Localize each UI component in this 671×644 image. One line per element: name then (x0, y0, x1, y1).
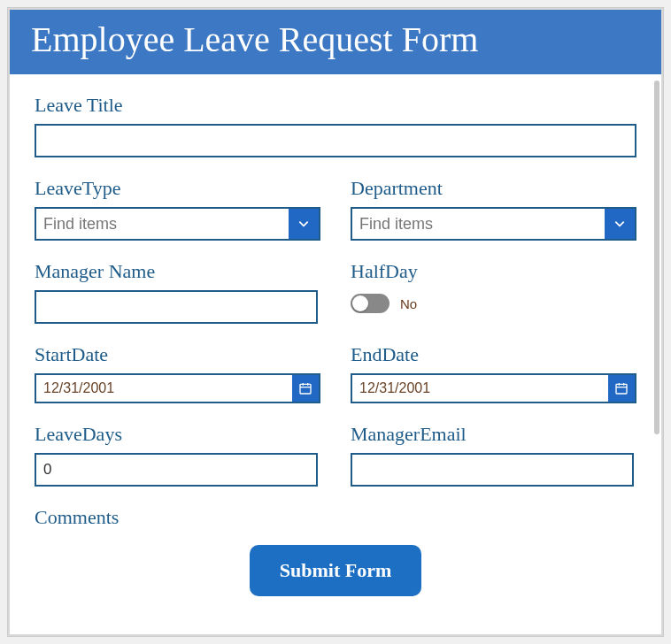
toggle-knob (352, 295, 368, 311)
leave-title-input[interactable] (35, 124, 636, 157)
page-title: Employee Leave Request Form (10, 10, 661, 74)
halfday-label: HalfDay (351, 260, 636, 283)
end-date-input[interactable] (352, 375, 608, 402)
leave-type-dropdown-button[interactable] (289, 209, 319, 239)
start-date-input[interactable] (36, 375, 292, 402)
leave-type-combo[interactable] (35, 207, 320, 241)
scrollbar[interactable] (654, 80, 659, 434)
manager-name-label: Manager Name (35, 260, 320, 283)
form-container: Employee Leave Request Form Leave Title … (10, 10, 661, 634)
chevron-down-icon (297, 218, 310, 230)
start-date-picker-button[interactable] (292, 375, 319, 402)
department-combo[interactable] (351, 207, 636, 241)
department-label: Department (351, 177, 636, 200)
leave-type-input[interactable] (36, 209, 289, 239)
leave-days-input[interactable] (35, 453, 318, 487)
halfday-state-label: No (400, 296, 417, 311)
svg-rect-4 (616, 384, 627, 394)
end-date-label: EndDate (351, 343, 636, 366)
manager-email-input[interactable] (351, 453, 634, 487)
start-date-label: StartDate (35, 343, 320, 366)
svg-rect-0 (300, 384, 311, 394)
submit-button[interactable]: Submit Form (250, 545, 422, 596)
start-date-field[interactable] (35, 373, 320, 403)
end-date-picker-button[interactable] (608, 375, 635, 402)
leave-days-label: LeaveDays (35, 423, 320, 446)
chevron-down-icon (613, 218, 626, 230)
leave-type-label: LeaveType (35, 177, 320, 200)
comments-label: Comments (35, 506, 636, 529)
calendar-icon (614, 381, 629, 395)
end-date-field[interactable] (351, 373, 636, 403)
leave-title-label: Leave Title (35, 94, 636, 117)
department-dropdown-button[interactable] (605, 209, 635, 239)
manager-email-label: ManagerEmail (351, 423, 636, 446)
halfday-toggle[interactable] (351, 294, 389, 313)
calendar-icon (298, 381, 312, 395)
department-input[interactable] (352, 209, 605, 239)
manager-name-input[interactable] (35, 290, 318, 324)
